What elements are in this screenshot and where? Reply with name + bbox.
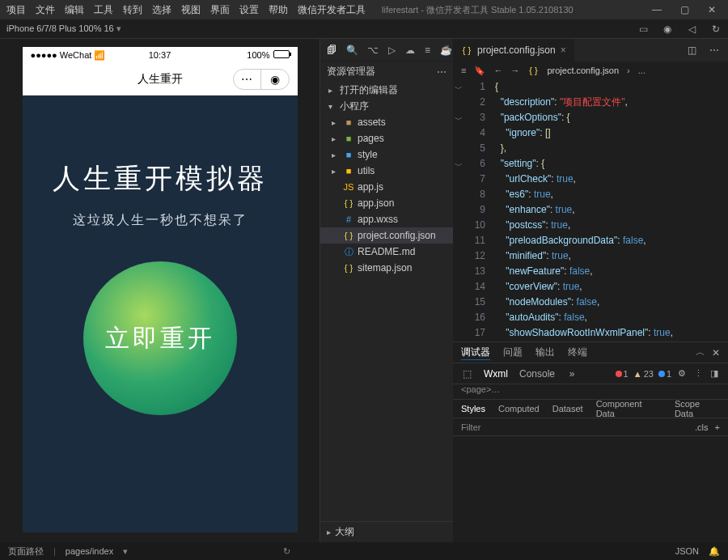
menu-project[interactable]: 项目 bbox=[6, 3, 26, 17]
share-icon[interactable]: ◁ bbox=[686, 23, 697, 35]
menu-icon[interactable]: ≡ bbox=[461, 66, 466, 75]
tree-item-app-wxss[interactable]: #app.wxss bbox=[320, 211, 453, 227]
explorer-header: 资源管理器 ⋯ bbox=[320, 62, 453, 82]
ext-icon[interactable]: ☁ bbox=[405, 45, 415, 56]
panel-close-icon[interactable]: ✕ bbox=[712, 347, 720, 358]
debugger-panel: 调试器 问题 输出 终端 ︿ ✕ ⬚ Wxml Console » 1 ▲23 bbox=[453, 342, 728, 542]
device-selector[interactable]: iPhone 6/7/8 Plus 100% 16 bbox=[6, 23, 121, 34]
tab-terminal[interactable]: 终端 bbox=[568, 346, 587, 359]
back-icon[interactable]: ← bbox=[493, 66, 502, 75]
wxml-elements[interactable]: <page>… bbox=[453, 384, 728, 399]
add-style-icon[interactable]: + bbox=[715, 422, 720, 432]
breadcrumb-file[interactable]: project.config.json bbox=[547, 66, 619, 75]
tree-item-project-config-json[interactable]: { }project.config.json bbox=[320, 227, 453, 244]
bookmark-icon[interactable]: 🔖 bbox=[474, 66, 485, 76]
tab-wxml[interactable]: Wxml bbox=[484, 368, 508, 380]
tree-item-sitemap-json[interactable]: { }sitemap.json bbox=[320, 260, 453, 276]
status-refresh-icon[interactable]: ↻ bbox=[283, 546, 290, 557]
code-lines[interactable]: { "description": "项目配置文件", "packOptions"… bbox=[492, 79, 728, 342]
bell-icon[interactable]: 🔔 bbox=[709, 546, 720, 557]
tree-item-app-js[interactable]: JSapp.js bbox=[320, 179, 453, 195]
menu-wxdevtool[interactable]: 微信开发者工具 bbox=[298, 3, 366, 17]
phone-nav-bar: 人生重开 ⋯ ◉ bbox=[23, 63, 298, 95]
tab-dataset[interactable]: Dataset bbox=[552, 404, 583, 414]
editor-tabs: { } project.config.json × ◫ ⋯ bbox=[453, 39, 728, 62]
more-tabs-icon[interactable]: » bbox=[566, 368, 578, 380]
editor-more-icon[interactable]: ⋯ bbox=[709, 45, 720, 56]
tab-computed[interactable]: Computed bbox=[498, 404, 540, 414]
line-gutter: 12345678910111213141516171819 bbox=[468, 79, 492, 342]
tree-item-style[interactable]: ▸■style bbox=[320, 146, 453, 163]
outline-section[interactable]: ▸ 大纲 bbox=[320, 521, 453, 542]
tab-project-config[interactable]: { } project.config.json × bbox=[453, 39, 575, 62]
capsule-close-icon[interactable]: ◉ bbox=[261, 70, 289, 89]
search-icon[interactable]: 🔍 bbox=[346, 45, 358, 56]
menu-file[interactable]: 文件 bbox=[36, 3, 55, 17]
code-editor[interactable]: ﹀﹀﹀ 12345678910111213141516171819 { "des… bbox=[453, 79, 728, 342]
refresh-icon[interactable]: ↻ bbox=[710, 23, 722, 35]
phone-frame: ●●●●● WeChat 📶 10:37 100% 人生重开 ⋯ ◉ 人生重开模… bbox=[23, 47, 298, 532]
tab-styles[interactable]: Styles bbox=[461, 404, 485, 414]
menu-edit[interactable]: 编辑 bbox=[65, 3, 84, 17]
restart-button[interactable]: 立即重开 bbox=[83, 261, 237, 415]
menu-settings[interactable]: 设置 bbox=[239, 3, 259, 17]
status-page-path[interactable]: pages/index bbox=[66, 546, 113, 556]
cls-toggle[interactable]: .cls bbox=[695, 422, 709, 432]
explorer-more-icon[interactable]: ⋯ bbox=[437, 66, 447, 78]
menu-help[interactable]: 帮助 bbox=[269, 3, 288, 17]
close-button[interactable]: ✕ bbox=[702, 0, 722, 19]
tree-item-utils[interactable]: ▸■utils bbox=[320, 163, 453, 179]
fold-icon[interactable]: ﹀ bbox=[455, 112, 463, 127]
menu-tools[interactable]: 工具 bbox=[94, 3, 113, 17]
file-icon: ■ bbox=[343, 117, 354, 127]
filter-input[interactable]: Filter bbox=[461, 422, 480, 432]
gear-icon[interactable]: ⚙ bbox=[676, 368, 688, 380]
menu-view[interactable]: 视图 bbox=[181, 3, 201, 17]
debug-icon[interactable]: ▷ bbox=[388, 45, 396, 56]
warning-count[interactable]: ▲23 bbox=[633, 369, 654, 379]
tree-item-README-md[interactable]: ⓘREADME.md bbox=[320, 244, 453, 260]
inspector-icon[interactable]: ⬚ bbox=[461, 368, 472, 380]
tab-debugger[interactable]: 调试器 bbox=[461, 346, 490, 360]
maximize-button[interactable]: ▢ bbox=[675, 0, 694, 19]
tab-console[interactable]: Console bbox=[519, 368, 555, 380]
tree-item-打开的编辑器[interactable]: ▸打开的编辑器 bbox=[320, 82, 453, 98]
record-icon[interactable]: ◉ bbox=[662, 23, 673, 35]
db-icon[interactable]: ≡ bbox=[425, 45, 430, 56]
tab-scope-data[interactable]: Scope Data bbox=[675, 399, 720, 418]
tab-output[interactable]: 输出 bbox=[535, 346, 555, 359]
menu-ui[interactable]: 界面 bbox=[210, 3, 230, 17]
file-tree: ▸打开的编辑器▾小程序▸■assets▸■pages▸■style▸■utils… bbox=[320, 82, 453, 521]
status-language[interactable]: JSON bbox=[675, 546, 699, 556]
breadcrumb-more[interactable]: ... bbox=[638, 66, 645, 75]
tree-item-assets[interactable]: ▸■assets bbox=[320, 114, 453, 130]
chevron-up-icon[interactable]: ︿ bbox=[696, 346, 705, 359]
split-editor-icon[interactable]: ◫ bbox=[686, 45, 697, 56]
capsule-button[interactable]: ⋯ ◉ bbox=[233, 69, 290, 90]
branch-icon[interactable]: ⌥ bbox=[367, 45, 379, 56]
fold-icon[interactable]: ﹀ bbox=[455, 158, 463, 173]
chevron-icon: ▾ bbox=[328, 102, 336, 111]
dock-icon[interactable]: ◨ bbox=[709, 368, 720, 380]
kebab-icon[interactable]: ⋮ bbox=[692, 368, 704, 380]
files-icon[interactable]: 🗐 bbox=[327, 45, 336, 56]
tree-item-app-json[interactable]: { }app.json bbox=[320, 195, 453, 211]
minimize-button[interactable]: — bbox=[647, 0, 667, 19]
status-bar: 页面路径 | pages/index ▾ ↻ JSON 🔔 bbox=[0, 542, 728, 560]
tab-close-icon[interactable]: × bbox=[561, 45, 566, 56]
capsule-menu-icon[interactable]: ⋯ bbox=[234, 70, 262, 89]
error-count[interactable]: 1 bbox=[616, 369, 629, 379]
tree-item-小程序[interactable]: ▾小程序 bbox=[320, 98, 453, 114]
status-page-path-label: 页面路径 bbox=[8, 545, 44, 558]
menu-select[interactable]: 选择 bbox=[152, 3, 171, 17]
fold-icon[interactable]: ﹀ bbox=[455, 81, 463, 96]
tab-problems[interactable]: 问题 bbox=[503, 346, 523, 359]
chevron-down-icon[interactable]: ▾ bbox=[123, 546, 128, 557]
tree-item-pages[interactable]: ▸■pages bbox=[320, 130, 453, 146]
tab-component-data[interactable]: Component Data bbox=[596, 399, 662, 418]
menu-goto[interactable]: 转到 bbox=[123, 3, 142, 17]
forward-icon[interactable]: → bbox=[510, 66, 519, 75]
info-count[interactable]: 1 bbox=[658, 369, 671, 379]
cup-icon[interactable]: ☕ bbox=[440, 45, 451, 56]
phone-icon[interactable]: ▭ bbox=[637, 23, 649, 35]
